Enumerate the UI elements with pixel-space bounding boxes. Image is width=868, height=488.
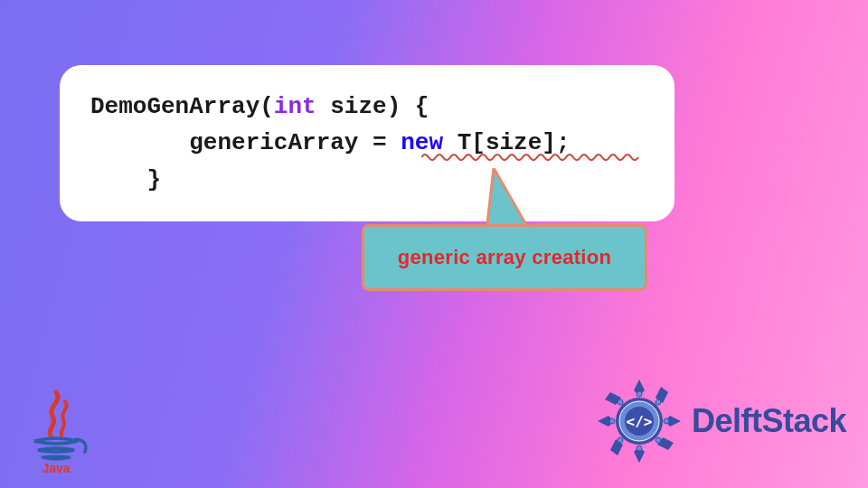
- error-squiggle-icon: [421, 152, 642, 161]
- code-snippet-card: DemoGenArray(int size) { genericArray = …: [60, 65, 675, 221]
- error-callout: generic array creation: [362, 224, 647, 291]
- code-text: DemoGenArray(: [90, 93, 274, 120]
- svg-point-9: [609, 418, 615, 424]
- svg-point-11: [656, 399, 661, 405]
- keyword-int: int: [274, 93, 316, 120]
- delftstack-mandala-icon: </>: [594, 376, 684, 466]
- delftstack-logo: </> DelftStack: [594, 376, 846, 466]
- code-text: size) {: [316, 93, 429, 120]
- svg-point-14: [656, 437, 661, 443]
- svg-text:Java: Java: [42, 461, 70, 475]
- code-text: genericArray =: [90, 129, 401, 156]
- code-line-3: }: [90, 162, 644, 198]
- callout-text: generic array creation: [398, 246, 612, 269]
- code-line-1: DemoGenArray(int size) {: [90, 89, 644, 125]
- java-logo-icon: Java: [20, 385, 92, 475]
- svg-point-10: [664, 418, 669, 424]
- svg-point-8: [637, 446, 642, 451]
- svg-text:</>: </>: [626, 413, 652, 430]
- callout-arrow-icon: [485, 168, 542, 231]
- svg-point-12: [618, 437, 623, 443]
- delftstack-text: DelftStack: [692, 402, 846, 440]
- svg-point-7: [637, 391, 642, 397]
- svg-point-13: [618, 399, 623, 405]
